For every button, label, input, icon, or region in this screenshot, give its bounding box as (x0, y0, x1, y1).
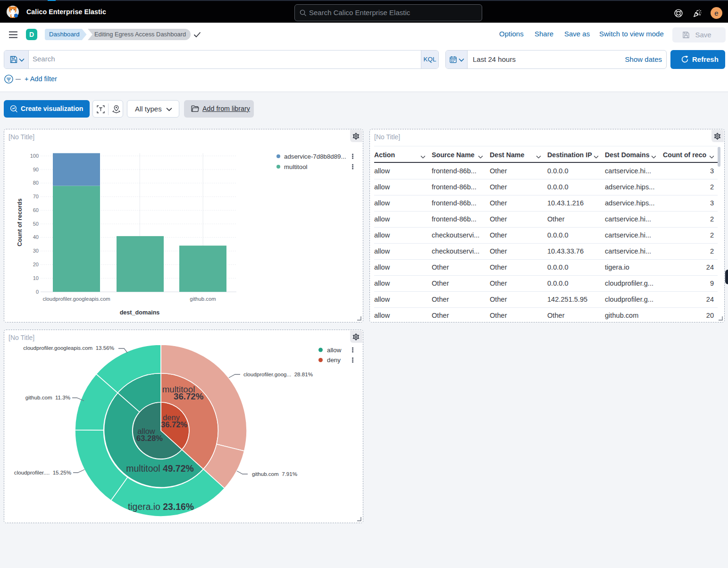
svg-text:36.72%: 36.72% (174, 391, 204, 401)
svg-text:multitool: multitool (284, 163, 308, 170)
svg-text:40: 40 (33, 234, 39, 240)
svg-text:100: 100 (30, 153, 39, 159)
svg-text:cloudprofiler.goog... 28.81%: cloudprofiler.goog... 28.81% (243, 371, 313, 377)
svg-text:github.com 11.3%: github.com 11.3% (25, 394, 70, 400)
svg-text:80: 80 (33, 180, 39, 186)
svg-text:multitool 49.72%: multitool 49.72% (126, 463, 193, 474)
svg-text:tigera.io 23.16%: tigera.io 23.16% (128, 501, 194, 512)
svg-text:adservice-7d8b8d89...: adservice-7d8b8d89... (284, 153, 346, 160)
svg-text:36.72%: 36.72% (161, 420, 187, 429)
svg-text:50: 50 (33, 221, 39, 227)
svg-text:0: 0 (36, 289, 39, 295)
svg-text:60: 60 (33, 207, 39, 213)
svg-text:allow: allow (327, 347, 342, 354)
svg-text:70: 70 (33, 194, 39, 199)
svg-text:github.com 7.91%: github.com 7.91% (252, 471, 297, 477)
svg-text:20: 20 (33, 262, 39, 267)
svg-text:cloudprofiler.googleapis.com: cloudprofiler.googleapis.com 13.56% (23, 345, 114, 351)
svg-text:cloudprofiler.googleapis.com: cloudprofiler.googleapis.com (42, 296, 110, 302)
svg-text:30: 30 (33, 248, 39, 254)
svg-text:Count of records: Count of records (17, 198, 23, 246)
svg-text:dest_domains: dest_domains (120, 309, 160, 316)
svg-text:63.28%: 63.28% (136, 434, 163, 442)
svg-text:90: 90 (33, 167, 39, 172)
svg-text:10: 10 (33, 275, 39, 281)
svg-text:deny: deny (327, 356, 341, 364)
svg-text:github.com: github.com (190, 296, 216, 302)
svg-text:cloudprofiler.... 15.25%: cloudprofiler.... 15.25% (14, 469, 71, 475)
